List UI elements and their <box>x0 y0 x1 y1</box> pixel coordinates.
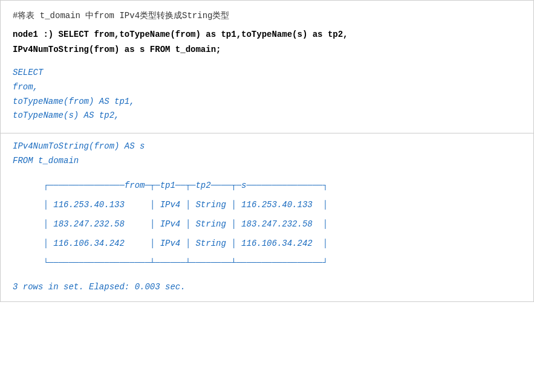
top-section: #将表 t_domain 中from IPv4类型转换成String类型 nod… <box>0 0 534 133</box>
command-line-1: node1 :) SELECT from,toTypeName(from) as… <box>13 28 521 41</box>
command-text-2: IPv4NumToString(from) as s FROM t_domain… <box>13 45 221 54</box>
command-text-1: node1 :) SELECT from,toTypeName(from) as… <box>13 30 348 39</box>
table-footer: └────────────────────┴──────┴────────┴──… <box>43 258 327 268</box>
sql-block: SELECT from, toTypeName(from) AS tp1, to… <box>13 66 521 123</box>
sql-from-text: FROM t_domain <box>13 156 79 165</box>
comment-line: #将表 t_domain 中from IPv4类型转换成String类型 <box>13 10 521 21</box>
page-container: #将表 t_domain 中from IPv4类型转换成String类型 nod… <box>0 0 534 392</box>
sql-line2: toTypeName(from) AS tp1, <box>13 97 135 106</box>
result-sql-line4: IPv4NumToString(from) AS s <box>13 140 521 154</box>
command-line-2: IPv4NumToString(from) as s FROM t_domain… <box>13 43 521 56</box>
sql-line3: toTypeName(s) AS tp2, <box>13 111 119 120</box>
footer-text: 3 rows in set. Elapsed: 0.003 sec. <box>13 282 521 292</box>
comment-text: #将表 t_domain 中from IPv4类型转换成String类型 <box>13 11 229 21</box>
table-row-3: │ 116.106.34.242 │ IPv4 │ String │ 116.1… <box>43 239 327 248</box>
result-sql-from: FROM t_domain <box>13 154 521 169</box>
result-table: ┌───────────────from─┬─tp1──┬─tp2────┬─s… <box>13 171 521 277</box>
table-row-2: │ 183.247.232.58 │ IPv4 │ String │ 183.2… <box>43 219 327 229</box>
sql-select: SELECT <box>13 68 43 77</box>
sql-line1: from, <box>13 82 38 92</box>
bottom-section: IPv4NumToString(from) AS s FROM t_domain… <box>0 133 534 302</box>
table-header: ┌───────────────from─┬─tp1──┬─tp2────┬─s… <box>43 181 327 190</box>
footer-content: 3 rows in set. Elapsed: 0.003 sec. <box>13 282 186 292</box>
sql-line4-text: IPv4NumToString(from) AS s <box>13 141 145 151</box>
table-row-1: │ 116.253.40.133 │ IPv4 │ String │ 116.2… <box>43 200 327 210</box>
